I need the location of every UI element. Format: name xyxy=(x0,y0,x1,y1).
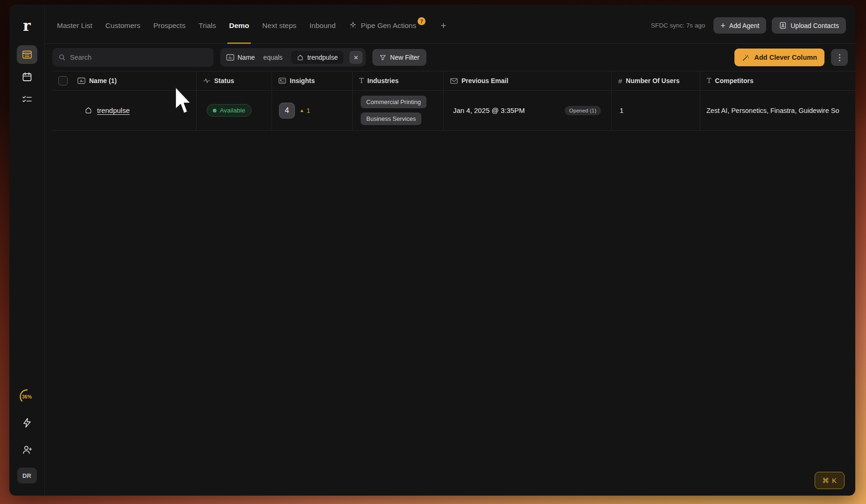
pipe-gen-actions-badge: 7 xyxy=(418,17,426,25)
sfdc-sync-status: SFDC sync: 7s ago xyxy=(651,22,705,29)
field-icon: A xyxy=(226,54,234,61)
search-box[interactable] xyxy=(52,48,214,67)
number-of-users-cell: 1 xyxy=(611,91,700,130)
tab-pipe-gen-actions[interactable]: Pipe Gen Actions 7 xyxy=(349,7,427,43)
column-header-status[interactable]: Status xyxy=(196,71,272,90)
add-tab-button[interactable]: + xyxy=(440,7,446,43)
column-header-industries[interactable]: T Industries xyxy=(352,71,443,90)
tab-customers[interactable]: Customers xyxy=(105,7,140,43)
sparkle-icon xyxy=(349,21,357,30)
table-row[interactable]: trendpulse Available 4 ▲ 1 xyxy=(52,91,855,131)
magic-wand-icon xyxy=(742,54,750,62)
select-all-checkbox[interactable] xyxy=(58,76,68,85)
column-header-competitors[interactable]: T Competitors xyxy=(700,71,855,90)
column-header-previous-email[interactable]: Previous Email xyxy=(443,71,611,90)
status-cell: Available xyxy=(196,91,272,130)
checklist-icon xyxy=(21,94,33,105)
triangle-up-icon: ▲ xyxy=(300,108,304,113)
table-view-icon xyxy=(21,49,33,60)
sidebar-item-table-view[interactable] xyxy=(17,45,37,64)
sidebar-item-invite[interactable] xyxy=(17,441,37,459)
user-avatar[interactable]: DR xyxy=(17,468,37,483)
home-icon xyxy=(297,54,304,61)
app-logo: r xyxy=(23,19,30,33)
funnel-icon xyxy=(379,54,386,61)
name-cell[interactable]: trendpulse xyxy=(71,91,196,130)
table-options-button[interactable] xyxy=(831,49,848,66)
svg-text:A: A xyxy=(80,79,83,83)
svg-text:A: A xyxy=(229,56,231,60)
remove-filter-button[interactable]: ✕ xyxy=(349,51,363,64)
previous-email-cell: Jan 4, 2025 @ 3:35PM Opened (1) xyxy=(443,91,611,130)
home-icon xyxy=(84,106,92,114)
header-select-cell xyxy=(52,71,71,90)
insights-cell[interactable]: 4 ▲ 1 xyxy=(272,91,352,130)
new-filter-button[interactable]: New Filter xyxy=(372,49,426,66)
column-header-name[interactable]: A Name (1) xyxy=(71,71,196,90)
filter-field: Name xyxy=(237,54,255,61)
column-header-number-of-users[interactable]: # Number Of Users xyxy=(611,71,700,90)
desktop-background: r xyxy=(0,0,866,504)
email-opened-badge: Opened (1) xyxy=(565,106,601,115)
tab-inbound[interactable]: Inbound xyxy=(309,7,335,43)
tab-next-steps[interactable]: Next steps xyxy=(262,7,296,43)
search-icon xyxy=(58,54,66,61)
tab-trials[interactable]: Trials xyxy=(199,7,216,43)
upload-contacts-button[interactable]: Upload Contacts xyxy=(772,17,846,34)
field-icon: A xyxy=(77,77,85,84)
status-dot-icon xyxy=(213,109,216,112)
insights-card-icon xyxy=(279,77,286,84)
sidebar-item-tasks[interactable] xyxy=(17,90,37,109)
text-type-icon: T xyxy=(359,77,363,84)
toolbar: A Name equals trendpulse ✕ xyxy=(45,44,855,71)
insights-delta: ▲ 1 xyxy=(300,107,310,114)
plus-icon: + xyxy=(720,21,726,30)
usage-percent-label: 36% xyxy=(22,394,32,399)
contacts-book-icon xyxy=(779,21,787,29)
insights-count-badge[interactable]: 4 xyxy=(279,103,295,119)
usage-gauge[interactable]: 36% xyxy=(19,388,35,405)
filter-chip[interactable]: A Name equals trendpulse ✕ xyxy=(220,48,366,67)
company-name-link[interactable]: trendpulse xyxy=(97,106,130,114)
text-type-icon: T xyxy=(707,77,711,84)
table-header-row: A Name (1) Status xyxy=(52,71,855,91)
sidebar-item-calendar[interactable] xyxy=(17,68,37,86)
lightning-bolt-icon xyxy=(21,417,33,428)
sidebar-item-automations[interactable] xyxy=(17,413,37,432)
email-timestamp: Jan 4, 2025 @ 3:35PM xyxy=(453,106,525,114)
status-badge: Available xyxy=(207,104,251,117)
envelope-icon xyxy=(450,78,458,84)
industry-tag: Commercial Printing xyxy=(361,96,426,108)
tab-demo[interactable]: Demo xyxy=(229,7,249,43)
app-window: r xyxy=(9,5,855,496)
filter-operator: equals xyxy=(263,54,282,61)
add-user-icon xyxy=(21,444,33,455)
command-k-button[interactable]: ⌘ K xyxy=(815,472,845,489)
industry-tag: Business Services xyxy=(361,112,421,125)
row-select-cell xyxy=(52,91,71,130)
tab-prospects[interactable]: Prospects xyxy=(154,7,186,43)
add-agent-button[interactable]: + Add Agent xyxy=(713,17,766,34)
search-input[interactable] xyxy=(70,54,208,61)
competitors-cell: Zest AI, Personetics, Finastra, Guidewir… xyxy=(700,91,855,130)
filter-value: trendpulse xyxy=(291,51,343,64)
sidebar: r xyxy=(9,5,45,496)
calendar-icon xyxy=(21,71,33,83)
tab-bar: Master List Customers Prospects Trials D… xyxy=(45,5,855,44)
pulse-icon xyxy=(203,77,210,84)
contacts-table: A Name (1) Status xyxy=(52,71,855,131)
tab-master-list[interactable]: Master List xyxy=(57,7,92,43)
close-icon: ✕ xyxy=(354,54,359,61)
number-type-icon: # xyxy=(618,77,622,85)
column-header-insights[interactable]: Insights xyxy=(272,71,352,90)
add-clever-column-button[interactable]: Add Clever Column xyxy=(734,49,824,66)
main-area: Master List Customers Prospects Trials D… xyxy=(45,5,855,496)
industries-cell: Commercial Printing Business Services xyxy=(352,91,443,130)
